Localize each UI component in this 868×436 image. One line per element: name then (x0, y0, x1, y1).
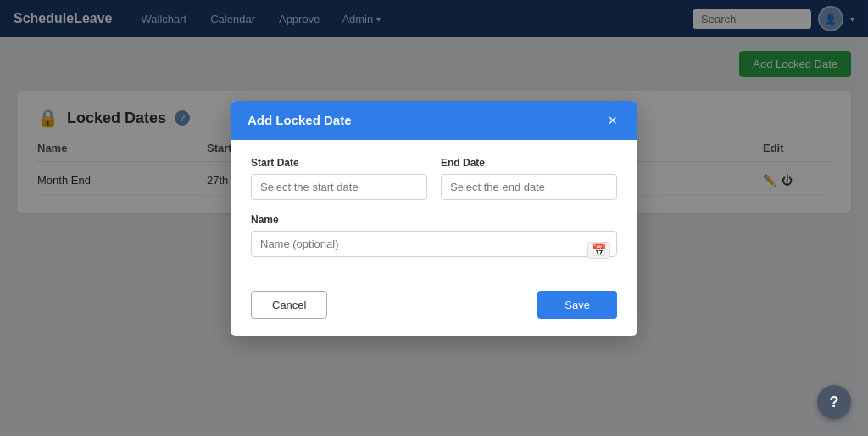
calendar-icon[interactable]: 📅 (587, 242, 610, 259)
help-fab-button[interactable]: ? (817, 385, 851, 419)
modal-body: Start Date End Date Name 📅 (231, 140, 637, 291)
name-input[interactable] (251, 231, 617, 257)
modal-overlay[interactable]: Add Locked Date × Start Date End Date Na… (0, 0, 868, 436)
name-field-label: Name (251, 214, 617, 226)
add-locked-date-modal: Add Locked Date × Start Date End Date Na… (231, 101, 637, 336)
end-date-label: End Date (441, 157, 617, 169)
save-button[interactable]: Save (537, 291, 617, 319)
cancel-button[interactable]: Cancel (251, 291, 327, 319)
start-date-group: Start Date (251, 157, 427, 200)
end-date-group: End Date (441, 157, 617, 200)
start-date-input[interactable] (251, 174, 427, 200)
start-date-label: Start Date (251, 157, 427, 169)
modal-header: Add Locked Date × (231, 101, 637, 140)
date-fields-row: Start Date End Date (251, 157, 617, 200)
name-field-group: Name 📅 (251, 214, 617, 257)
modal-title: Add Locked Date (248, 113, 352, 127)
end-date-input[interactable] (441, 174, 617, 200)
modal-close-button[interactable]: × (604, 113, 620, 128)
modal-footer: Cancel Save (231, 291, 637, 336)
